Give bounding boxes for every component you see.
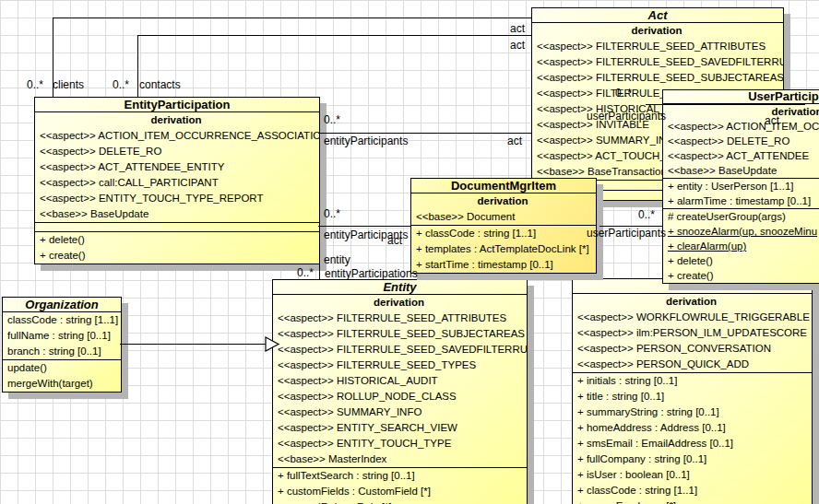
mult-userparticipants-1[interactable]: 0..* [615,87,632,100]
member-row[interactable]: + fullCompany : string [0..1] [573,451,812,467]
class-person[interactable]: Personderivation<<aspect>> WORKFLOWRULE_… [572,278,813,504]
member-row[interactable]: <<aspect>> FILTERRULE_SEED_SUBJECTAREAS [532,70,783,86]
member-row[interactable]: <<base>> Document [411,209,596,225]
class-entity-participation[interactable]: EntityParticipationderivation<<aspect>> … [34,97,320,264]
member-row[interactable]: + delete() [663,253,819,268]
member-row[interactable]: <<aspect>> WORKFLOWRULE_TRIGGERABLE [573,310,812,325]
assoc-clients-horizontal[interactable] [53,18,531,18]
class-title-user-participation: UserParticipation [663,90,819,104]
role-clients[interactable]: clients [53,78,84,91]
mult-userparticipants-2[interactable]: 0..* [638,208,655,221]
member-row[interactable]: <<aspect>> FILTERRULE_SEED_ATTRIBUTES [273,311,527,326]
member-row[interactable]: <<aspect>> ENTITY_TOUCH_TYPE [273,436,527,451]
class-entity[interactable]: Entityderivation<<aspect>> FILTERRULE_SE… [272,279,528,504]
member-row[interactable]: + isUser : boolean [0..1] [573,467,812,483]
member-row[interactable]: <<aspect>> FILTERRULE_SEED_SUBJECTAREAS [273,326,527,342]
member-row[interactable]: <<aspect>> ACT_ATTENDEE [663,148,819,163]
member-row[interactable]: <<aspect>> ACTION_ITEM_OCCURRENCE_ASSOCI… [35,128,319,144]
class-organization[interactable]: OrganizationclassCode : string [1..1]ful… [2,297,122,393]
member-row[interactable]: fullName : string [0..1] [3,328,121,344]
role-entityparticipants-1[interactable]: entityParticipants [324,135,408,147]
member-row[interactable]: + clearAlarm(up) [663,239,819,253]
member-row[interactable]: <<aspect>> ACT_ATTENDEE_ENTITY [35,159,319,175]
mult-entityparticipants-1[interactable]: 0..* [324,113,340,126]
role-act-contacts-end[interactable]: act [510,39,525,52]
member-row[interactable]: + smsEmail : EmailAddress [0..1] [573,436,812,451]
member-row[interactable]: <<aspect>> FILTERRULE_SEED_ATTRIBUTES [532,39,783,54]
member-row[interactable]: <<base>> BaseUpdate [663,163,819,178]
member-row[interactable]: <<aspect>> DELETE_RO [35,144,319,159]
role-entity[interactable]: entity [324,253,350,266]
member-row[interactable]: <<aspect>> PERSON_QUICK_ADD [573,357,812,372]
member-row[interactable]: + startTime : timestamp [0..1] [411,257,596,273]
member-row[interactable]: + homeAddress : Address [0..1] [573,420,812,436]
member-row[interactable]: + snoozeAlarm(up, snoozeMinu [663,224,819,239]
member-row[interactable]: + scopedRoles : Role [*] [273,499,527,504]
role-userparticipants-2[interactable]: userParticipants [587,227,666,240]
member-row[interactable]: + templates : ActTemplateDocLink [*] [411,241,596,257]
stereotype-compartment-label[interactable]: derivation [411,193,596,209]
member-row[interactable]: + classCode : string [1..1] [573,483,812,498]
mult-clients[interactable]: 0..* [27,78,43,91]
member-row[interactable]: <<aspect>> ENTITY_TOUCH_TYPE_REPORT [35,191,319,206]
assoc-contacts-horizontal[interactable] [137,35,531,36]
member-row[interactable]: + alarmTime : timestamp [0..1] [663,193,819,208]
role-act-clients-end[interactable]: act [510,22,525,35]
role-userparticipants-1[interactable]: userParticipants [587,110,666,123]
member-row[interactable]: <<aspect>> SUMMARY_INFO [273,404,527,420]
assoc-userparticipants-upper[interactable] [646,104,805,105]
class-compartment: derivation<<base>> Document [411,193,596,225]
member-row[interactable]: + classCode : string [1..1] [411,226,596,241]
role-contacts[interactable]: contacts [139,78,181,91]
member-row[interactable]: # createUserGroup(args) [663,209,819,224]
member-row[interactable]: + summaryString : string [0..1] [573,404,812,420]
member-row[interactable]: + create() [663,268,819,283]
generalization-arrowhead-icon[interactable] [265,336,280,356]
member-row[interactable]: <<base>> BaseUpdate [35,206,319,222]
member-row[interactable]: <<aspect>> ENTITY_SEARCH_VIEW [273,420,527,436]
class-user-participation[interactable]: UserParticipationderivation<<aspect>> AC… [662,89,819,284]
member-row[interactable]: <<aspect>> ACTION_ITEM_OCCURRENCE_ASSOCI… [663,119,819,134]
stereotype-compartment-label[interactable]: derivation [273,295,527,311]
stereotype-compartment-label[interactable]: derivation [663,104,819,119]
member-row[interactable]: <<aspect>> ROLLUP_NODE_CLASS [273,389,527,404]
assoc-entityparticipants-act[interactable] [318,133,531,134]
member-row[interactable]: <<aspect>> PERSON_CONVERSATION [573,341,812,357]
member-row[interactable]: <<aspect>> DELETE_RO [663,134,819,148]
member-row[interactable]: classCode : string [1..1] [3,312,121,328]
member-row[interactable]: + delete() [35,232,319,248]
mult-entityparticipants-2[interactable]: 0..* [324,207,340,220]
stereotype-compartment-label[interactable]: derivation [532,23,783,39]
member-row[interactable]: + title : string [0..1] [573,389,812,404]
member-row[interactable]: + entity : UserPerson [1..1] [663,179,819,193]
class-document-mgr-item[interactable]: DocumentMgrItemderivation<<base>> Docume… [410,178,597,274]
member-row[interactable]: update() [3,360,121,376]
member-row[interactable]: <<aspect>> call:CALL_PARTICIPANT [35,175,319,191]
stereotype-compartment-label[interactable]: derivation [35,112,319,128]
member-row[interactable]: <<aspect>> FILTERRULE_SEED_TYPES [273,357,527,373]
member-row[interactable]: + orgs : Employee [*] [573,498,812,504]
member-row[interactable]: + create() [35,248,319,264]
role-act-3[interactable]: act [507,135,522,147]
role-act-4[interactable]: act [387,234,402,247]
member-row[interactable]: <<aspect>> FILTERRULE_SEED_SAVEDFILTERRU… [273,342,527,357]
member-row[interactable]: mergeWith(target) [3,376,121,392]
generalization-organization-entity[interactable] [120,344,266,345]
assoc-contacts-vertical[interactable] [137,35,138,97]
member-row[interactable]: <<base>> MasterIndex [273,451,527,467]
mult-entityparticipations[interactable]: 0..* [297,266,314,279]
member-row[interactable]: + fullTextSearch : string [0..1] [273,468,527,484]
member-row[interactable]: <<aspect>> ilm:PERSON_ILM_UPDATESCORE [573,325,812,341]
role-entityparticipations[interactable]: entityParticipations [325,267,418,280]
stereotype-compartment-label[interactable]: derivation [573,294,812,310]
member-row[interactable]: <<aspect>> HISTORICAL_AUDIT [273,373,527,389]
uml-diagram-canvas[interactable]: Actderivation<<aspect>> FILTERRULE_SEED_… [0,0,819,504]
assoc-entity-entityparticipations[interactable] [319,260,320,279]
role-act-5[interactable]: act [765,114,779,127]
mult-contacts[interactable]: 0..* [113,78,129,91]
assoc-entityparticipants-doc[interactable] [318,226,410,227]
member-row[interactable]: + initials : string [0..1] [573,373,812,389]
member-row[interactable]: branch : string [0..1] [3,344,121,359]
member-row[interactable]: + customFields : CustomField [*] [273,484,527,499]
member-row[interactable]: <<aspect>> FILTERRULE_SEED_SAVEDFILTERRU… [532,54,783,70]
